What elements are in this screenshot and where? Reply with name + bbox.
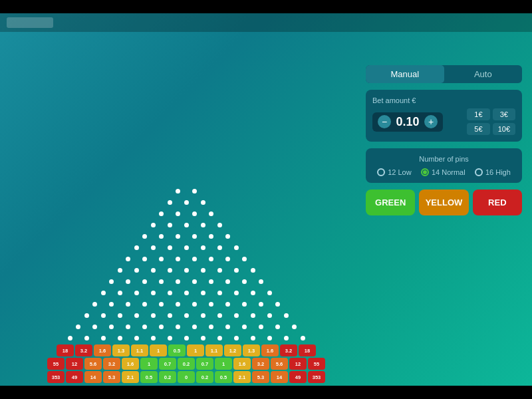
bucket: 1.6 xyxy=(233,358,251,370)
pin xyxy=(126,279,130,284)
pin xyxy=(201,223,205,227)
pin xyxy=(151,245,156,250)
pin xyxy=(168,313,172,318)
pin xyxy=(192,257,197,261)
pin xyxy=(134,291,139,295)
pin xyxy=(192,234,197,239)
pin xyxy=(209,257,213,261)
bucket: 55 xyxy=(47,358,65,370)
pin xyxy=(151,291,156,295)
pin xyxy=(251,268,255,273)
bucket: 3.2 xyxy=(103,358,120,370)
pin-row xyxy=(101,291,272,295)
plinko-area: 183.21.61.31.110.511.11.21.31.63.218 551… xyxy=(7,39,366,386)
bucket: 353 xyxy=(308,371,325,383)
pin xyxy=(151,223,156,227)
quick-bet-button[interactable]: 1€ xyxy=(467,108,489,120)
pin-row xyxy=(118,268,255,273)
pin xyxy=(68,336,72,340)
pin xyxy=(109,325,114,329)
pin xyxy=(101,336,106,340)
pin xyxy=(184,336,189,340)
pin-option-14normal[interactable]: 14 Normal xyxy=(421,168,466,176)
pin-option-label: 14 Normal xyxy=(432,168,466,176)
pin xyxy=(184,291,189,295)
bucket: 3.2 xyxy=(252,358,269,370)
bucket-row-2: 55125.63.21.610.70.20.711.63.25.61255 xyxy=(47,358,325,370)
bet-increase-button[interactable]: + xyxy=(424,115,438,128)
quick-bet-button[interactable]: 3€ xyxy=(493,108,515,120)
pin xyxy=(217,268,222,273)
quick-bet-button[interactable]: 5€ xyxy=(467,123,489,135)
quick-bet-button[interactable]: 10€ xyxy=(493,123,515,135)
pin xyxy=(201,291,205,295)
pin xyxy=(242,302,247,307)
bucket: 5.3 xyxy=(103,371,120,383)
pin xyxy=(217,313,222,318)
controls-panel: Manual Auto Bet amount € − 0.10 + 1€3€5€… xyxy=(366,39,525,386)
pin-row xyxy=(168,200,205,205)
pin xyxy=(159,279,164,284)
pin xyxy=(209,325,213,329)
bucket: 1.1 xyxy=(205,344,223,356)
tab-auto[interactable]: Auto xyxy=(444,65,523,83)
pin xyxy=(217,291,222,295)
bucket-row-1: 183.21.61.31.110.511.11.21.31.63.218 xyxy=(57,344,316,356)
pins-container xyxy=(68,189,305,340)
pin xyxy=(101,291,106,295)
bucket: 0.7 xyxy=(159,358,176,370)
bet-value-row: − 0.10 + xyxy=(372,112,443,132)
bucket: 1.6 xyxy=(122,358,139,370)
pin xyxy=(118,291,122,295)
pin xyxy=(234,336,239,340)
top-bar xyxy=(0,0,532,13)
pin xyxy=(259,279,263,284)
pin xyxy=(292,325,297,329)
pin xyxy=(126,325,130,329)
pin xyxy=(76,325,80,329)
bucket: 1 xyxy=(187,344,204,356)
bucket: 1.3 xyxy=(243,344,260,356)
bucket: 55 xyxy=(308,358,325,370)
pin xyxy=(275,302,280,307)
pin xyxy=(134,245,139,250)
bucket: 49 xyxy=(66,371,83,383)
pin xyxy=(151,268,156,273)
pin-row xyxy=(159,211,213,216)
bucket: 0.2 xyxy=(196,371,213,383)
bucket: 5.6 xyxy=(84,358,102,370)
pin xyxy=(267,291,272,295)
risk-red-button[interactable]: RED xyxy=(473,190,522,215)
risk-yellow-button[interactable]: YELLOW xyxy=(419,190,468,215)
pin xyxy=(142,279,147,284)
pin xyxy=(184,268,189,273)
pin-option-12low[interactable]: 12 Low xyxy=(377,168,411,176)
bucket: 5.6 xyxy=(271,358,288,370)
pin xyxy=(234,245,239,250)
risk-green-button[interactable]: GREEN xyxy=(366,190,415,215)
pin xyxy=(176,234,180,239)
bucket: 1.3 xyxy=(112,344,130,356)
pin xyxy=(275,325,280,329)
bet-decrease-button[interactable]: − xyxy=(378,115,391,128)
pin xyxy=(151,336,156,340)
pin-row xyxy=(76,325,297,329)
pin xyxy=(168,200,172,205)
bucket: 14 xyxy=(84,371,102,383)
pin xyxy=(176,211,180,216)
bucket: 2.1 xyxy=(233,371,251,383)
pin xyxy=(159,211,164,216)
pin-row xyxy=(92,302,280,307)
pin xyxy=(176,325,180,329)
bucket: 5.3 xyxy=(252,371,269,383)
pin xyxy=(209,302,213,307)
pin-option-16high[interactable]: 16 High xyxy=(475,168,511,176)
bucket: 49 xyxy=(289,371,307,383)
tab-manual[interactable]: Manual xyxy=(366,65,444,83)
pin xyxy=(201,268,205,273)
pin xyxy=(225,302,230,307)
pin xyxy=(134,336,139,340)
tab-row: Manual Auto xyxy=(366,65,522,83)
pins-select-label: Number of pins xyxy=(372,155,515,163)
pins-select-box: Number of pins 12 Low14 Normal16 High xyxy=(366,148,522,183)
